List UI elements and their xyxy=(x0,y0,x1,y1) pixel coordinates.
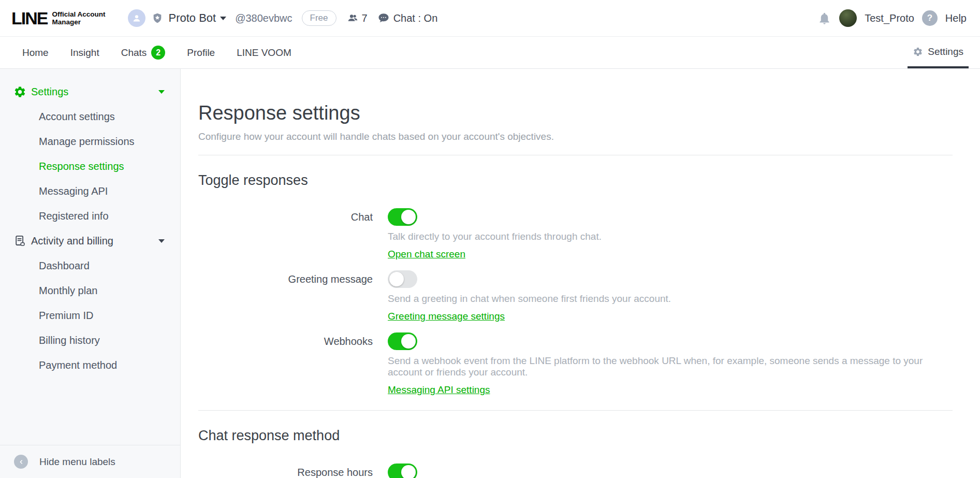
billing-document-icon xyxy=(13,235,26,248)
chats-count-badge: 2 xyxy=(151,46,165,60)
section-heading: Toggle responses xyxy=(198,172,953,189)
account-name-dropdown[interactable]: Proto Bot xyxy=(168,11,226,25)
friends-count: 7 xyxy=(362,12,368,24)
toggle-knob xyxy=(401,465,416,478)
tab-insight[interactable]: Insight xyxy=(60,37,110,68)
greeting-message-settings-link[interactable]: Greeting message settings xyxy=(388,311,505,322)
settings-sidebar: Settings Account settings Manage permiss… xyxy=(0,69,181,478)
help-label[interactable]: Help xyxy=(945,12,967,24)
chat-toggle[interactable] xyxy=(388,208,417,226)
divider xyxy=(198,410,953,411)
sidebar-item-messaging-api[interactable]: Messaging API xyxy=(0,179,180,204)
row-description: Talk directly to your account friends th… xyxy=(388,231,953,242)
help-icon[interactable]: ? xyxy=(922,10,938,26)
setting-row-webhooks: Webhooks Send a webhook event from the L… xyxy=(198,332,953,396)
verified-shield-icon xyxy=(152,12,163,24)
chevron-down-icon xyxy=(158,239,165,243)
sidebar-collapse-toggle[interactable]: Hide menu labels xyxy=(0,445,180,478)
account-switcher: Proto Bot @380evbwc Free 7 xyxy=(128,9,437,27)
account-name: Proto Bot xyxy=(168,11,216,25)
gear-icon xyxy=(913,47,923,57)
sidebar-item-dashboard[interactable]: Dashboard xyxy=(0,253,180,278)
line-logo-subtext: Official Account Manager xyxy=(52,10,105,26)
header-right-actions: Test_Proto ? Help xyxy=(817,9,967,27)
sidebar-section-settings[interactable]: Settings xyxy=(0,79,180,104)
user-avatar[interactable] xyxy=(839,9,857,27)
row-label: Greeting message xyxy=(198,270,388,322)
row-label: Chat xyxy=(198,208,388,260)
setting-row-greeting-message: Greeting message Send a greeting in chat… xyxy=(198,270,953,322)
account-avatar-icon xyxy=(128,9,145,27)
chevron-down-icon xyxy=(220,17,226,20)
tab-chats[interactable]: Chats 2 xyxy=(110,37,177,68)
section-heading: Chat response method xyxy=(198,427,953,444)
tab-profile[interactable]: Profile xyxy=(176,37,226,68)
chevron-down-icon xyxy=(158,90,165,94)
chevron-left-icon xyxy=(14,455,28,469)
setting-row-response-hours: Response hours Once you set response hou… xyxy=(198,463,953,478)
sidebar-item-premium-id[interactable]: Premium ID xyxy=(0,303,180,328)
user-name: Test_Proto xyxy=(865,12,914,24)
sidebar-item-account-settings[interactable]: Account settings xyxy=(0,104,180,129)
top-header: LINE Official Account Manager Proto Bot … xyxy=(0,0,980,37)
section-chat-response-method: Chat response method Response hours Once… xyxy=(198,427,953,478)
line-logo-text: LINE xyxy=(11,8,47,28)
line-logo[interactable]: LINE Official Account Manager xyxy=(11,8,105,28)
main-nav: Home Insight Chats 2 Profile LINE VOOM S… xyxy=(0,37,980,69)
response-settings-page: Response settings Configure how your acc… xyxy=(181,69,980,478)
plan-badge: Free xyxy=(302,10,337,26)
webhooks-toggle[interactable] xyxy=(388,332,417,350)
row-label: Webhooks xyxy=(198,332,388,396)
sidebar-section-activity-billing[interactable]: Activity and billing xyxy=(0,228,180,253)
section-toggle-responses: Toggle responses Chat Talk directly to y… xyxy=(198,172,953,396)
chat-status-text: Chat : On xyxy=(393,12,438,24)
friends-icon xyxy=(347,12,359,24)
divider xyxy=(198,155,953,155)
sidebar-item-manage-permissions[interactable]: Manage permissions xyxy=(0,129,180,154)
account-id: @380evbwc xyxy=(235,12,292,24)
toggle-knob xyxy=(389,272,404,286)
sidebar-item-response-settings[interactable]: Response settings xyxy=(0,154,180,179)
sidebar-item-payment-method[interactable]: Payment method xyxy=(0,353,180,378)
row-label: Response hours xyxy=(198,463,388,478)
toggle-knob xyxy=(401,210,416,224)
chat-status-indicator: Chat : On xyxy=(378,12,438,24)
setting-row-chat: Chat Talk directly to your account frien… xyxy=(198,208,953,260)
sidebar-item-billing-history[interactable]: Billing history xyxy=(0,328,180,353)
sidebar-item-monthly-plan[interactable]: Monthly plan xyxy=(0,278,180,303)
gear-icon xyxy=(13,85,26,98)
friends-counter: 7 xyxy=(347,12,368,24)
tab-line-voom[interactable]: LINE VOOM xyxy=(226,37,302,68)
open-chat-screen-link[interactable]: Open chat screen xyxy=(388,249,465,260)
row-description: Send a greeting in chat when someone fir… xyxy=(388,293,953,305)
response-hours-toggle[interactable] xyxy=(388,463,417,478)
row-description: Send a webhook event from the LINE platf… xyxy=(388,355,953,378)
greeting-message-toggle[interactable] xyxy=(388,270,417,288)
tab-settings[interactable]: Settings xyxy=(908,37,969,68)
page-subtitle: Configure how your account will handle c… xyxy=(198,131,953,142)
chat-bubble-icon xyxy=(378,12,389,24)
page-title: Response settings xyxy=(198,102,953,125)
notification-bell-icon[interactable] xyxy=(817,11,831,25)
tab-home[interactable]: Home xyxy=(11,37,60,68)
sidebar-item-registered-info[interactable]: Registered info xyxy=(0,204,180,228)
toggle-knob xyxy=(401,334,416,349)
messaging-api-settings-link[interactable]: Messaging API settings xyxy=(388,384,490,396)
collapse-label: Hide menu labels xyxy=(39,456,115,468)
